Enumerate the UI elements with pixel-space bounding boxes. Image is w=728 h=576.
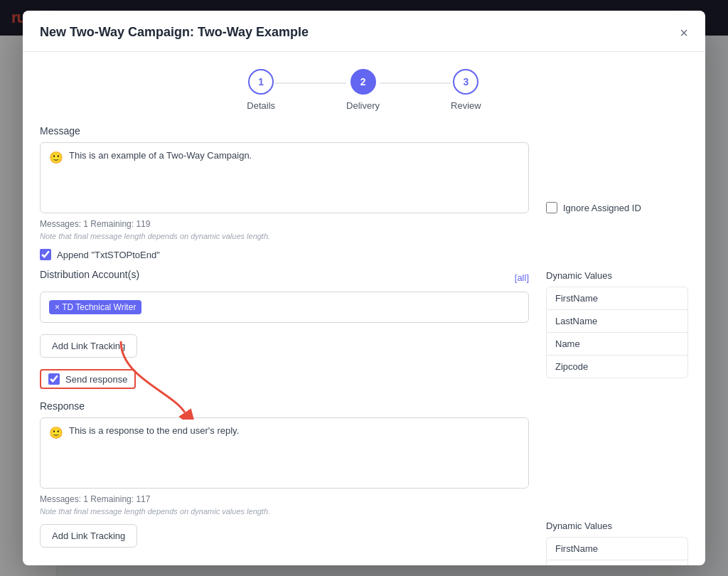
- dynamic-value-firstname[interactable]: FirstName: [546, 287, 688, 309]
- append-label: Append "TxtSTOPtoEnd": [57, 250, 160, 260]
- dynamic-values-response-list: FirstName LastName Name Zipcode: [546, 537, 688, 565]
- distribution-tag[interactable]: × TD Technical Writer: [49, 300, 141, 314]
- dynamic-values-response-label: Dynamic Values: [546, 521, 688, 531]
- dynamic-values-list: FirstName LastName Name Zipcode: [546, 287, 688, 378]
- tag-label: × TD Technical Writer: [55, 302, 136, 312]
- response-textarea[interactable]: 🙂 This is a response to the end user's r…: [40, 417, 529, 489]
- modal-overlay: New Two-Way Campaign: Two-Way Example × …: [0, 0, 728, 576]
- dynamic-values-label: Dynamic Values: [546, 270, 688, 281]
- send-response-checkbox[interactable]: [48, 373, 60, 385]
- step-3-label: Review: [451, 100, 481, 111]
- ignore-row: Ignore Assigned ID: [546, 202, 688, 213]
- modal-title: New Two-Way Campaign: Two-Way Example: [40, 25, 309, 40]
- modal-header: New Two-Way Campaign: Two-Way Example ×: [23, 11, 705, 52]
- step-1-label: Details: [247, 100, 275, 111]
- step-2-label: Delivery: [346, 100, 380, 111]
- response-text: This is a response to the end user's rep…: [69, 425, 239, 436]
- ignore-label: Ignore Assigned ID: [563, 203, 641, 213]
- send-response-row: Send response: [40, 369, 529, 389]
- distribution-header: Distribution Account(s) [all]: [40, 269, 529, 286]
- response-emoji-icon[interactable]: 🙂: [49, 426, 63, 439]
- response-stats: Messages: 1 Remaining: 117: [40, 494, 529, 504]
- response-label: Response: [40, 400, 529, 412]
- close-button[interactable]: ×: [680, 26, 688, 40]
- response-note: Note that final message length depends o…: [40, 507, 529, 516]
- step-connector-2: [380, 82, 451, 84]
- step-2-circle: 2: [350, 69, 376, 95]
- message-label: Message: [40, 125, 529, 137]
- message-side-col: Ignore Assigned ID Dynamic Values FirstN…: [546, 125, 688, 565]
- dynamic-value-response-firstname[interactable]: FirstName: [546, 537, 688, 560]
- send-response-box: Send response: [40, 369, 136, 389]
- message-text: This is an example of a Two-Way Campaign…: [69, 150, 252, 161]
- modal-body: Message 🙂 This is an example of a Two-Wa…: [23, 125, 705, 565]
- dynamic-value-lastname[interactable]: LastName: [546, 309, 688, 332]
- message-main-col: Message 🙂 This is an example of a Two-Wa…: [40, 125, 529, 565]
- step-3-circle: 3: [453, 69, 478, 95]
- send-response-label: Send response: [65, 374, 127, 385]
- dynamic-value-name[interactable]: Name: [546, 332, 688, 355]
- step-connector-1: [275, 82, 346, 84]
- append-checkbox[interactable]: [40, 249, 51, 260]
- distribution-label: Distribution Account(s): [40, 269, 139, 280]
- distribution-all-link[interactable]: [all]: [515, 272, 529, 283]
- distribution-input[interactable]: × TD Technical Writer: [40, 292, 529, 323]
- step-2: 2 Delivery: [346, 69, 380, 111]
- message-textarea[interactable]: 🙂 This is an example of a Two-Way Campai…: [40, 142, 529, 213]
- steps-container: 1 Details 2 Delivery 3 Review: [23, 52, 705, 125]
- emoji-icon[interactable]: 🙂: [49, 151, 63, 164]
- add-response-link-tracking-button[interactable]: Add Link Tracking: [40, 524, 137, 548]
- add-link-tracking-button[interactable]: Add Link Tracking: [40, 334, 137, 358]
- message-note: Note that final message length depends o…: [40, 232, 529, 240]
- campaign-modal: New Two-Way Campaign: Two-Way Example × …: [23, 11, 705, 565]
- step-1-circle: 1: [248, 69, 274, 95]
- step-3: 3 Review: [451, 69, 481, 111]
- dynamic-value-response-lastname[interactable]: LastName: [546, 560, 688, 565]
- append-row: Append "TxtSTOPtoEnd": [40, 249, 529, 260]
- message-section: Message 🙂 This is an example of a Two-Wa…: [40, 125, 688, 565]
- step-1: 1 Details: [247, 69, 275, 111]
- dynamic-value-zipcode[interactable]: Zipcode: [546, 355, 688, 378]
- ignore-checkbox[interactable]: [546, 202, 557, 213]
- message-stats: Messages: 1 Remaining: 119: [40, 219, 529, 229]
